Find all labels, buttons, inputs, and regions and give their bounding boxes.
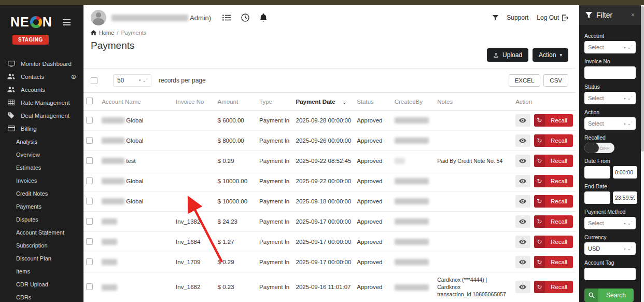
list-icon[interactable] xyxy=(222,15,231,21)
filter-date-date-from[interactable] xyxy=(584,166,610,179)
sidebar-subitem-subscription[interactable]: Subscription xyxy=(0,239,83,252)
sidebar-item-contacts[interactable]: Contacts⊕ xyxy=(0,70,83,83)
sidebar-subitem-discount-plan[interactable]: Discount Plan xyxy=(0,252,83,265)
filter-input-invoice-no[interactable] xyxy=(584,66,636,79)
view-button[interactable] xyxy=(515,281,530,293)
bell-icon[interactable] xyxy=(260,13,267,22)
filter-select-payment-method[interactable]: Select▾⌄ᵃ xyxy=(584,217,636,229)
column-header-notes[interactable]: Notes xyxy=(435,93,513,111)
sidebar-item-deal-management[interactable]: Deal Management xyxy=(0,109,83,122)
select-all-checkbox-header[interactable] xyxy=(86,98,93,104)
column-header-type[interactable]: Type xyxy=(257,93,293,111)
row-checkbox[interactable] xyxy=(86,177,93,184)
status-cell: Approved xyxy=(354,131,391,151)
admin-suffix-text: Admin) xyxy=(190,14,211,22)
sidebar-subitem-disputes[interactable]: Disputes xyxy=(0,213,83,226)
excel-export-button[interactable]: EXCEL xyxy=(509,74,541,87)
sidebar-subitem-estimates[interactable]: Estimates xyxy=(0,161,83,174)
column-header-action[interactable]: Action xyxy=(513,93,576,111)
row-checkbox[interactable] xyxy=(86,198,93,204)
redacted-account-prefix xyxy=(102,218,117,225)
sidebar-subitem-account-statement[interactable]: Account Statement xyxy=(0,226,83,239)
row-checkbox[interactable] xyxy=(86,238,93,245)
redacted-account-prefix xyxy=(102,259,117,265)
sidebar-item-label: Accounts xyxy=(21,87,45,93)
sidebar-subitem-overview[interactable]: Overview xyxy=(0,148,83,161)
filter-select-account[interactable]: Select▾⌄ᵃ xyxy=(584,41,636,53)
user-avatar[interactable] xyxy=(91,10,106,25)
scrollbar-thumb[interactable] xyxy=(641,6,644,152)
sidebar-subitem-invoices[interactable]: Invoices xyxy=(0,174,83,187)
filter-label-recalled: Recalled xyxy=(584,134,636,141)
view-button[interactable] xyxy=(515,236,530,248)
eye-icon xyxy=(519,138,526,143)
row-checkbox[interactable] xyxy=(86,117,93,123)
column-header-amount[interactable]: Amount xyxy=(215,93,257,111)
filter-time-end-date[interactable] xyxy=(613,191,637,204)
recall-button[interactable]: ↻Recall xyxy=(534,281,573,293)
action-button[interactable]: Action ▾ xyxy=(533,48,568,62)
close-icon[interactable]: × xyxy=(631,11,635,19)
row-checkbox[interactable] xyxy=(86,283,93,290)
search-button[interactable]: Search xyxy=(584,289,634,302)
sidebar-item-billing[interactable]: Billing xyxy=(0,122,83,135)
sidebar-subitem-cdr-upload[interactable]: CDR Upload xyxy=(0,278,83,291)
recall-button[interactable]: ↻Recall xyxy=(534,256,573,268)
recall-button[interactable]: ↻Recall xyxy=(534,195,573,208)
funnel-small-icon[interactable] xyxy=(493,15,498,21)
view-button[interactable] xyxy=(515,134,530,147)
sidebar-item-monitor-dashboard[interactable]: Monitor Dashboard xyxy=(0,57,83,70)
recall-button[interactable]: ↻Recall xyxy=(534,114,573,127)
logout-link[interactable]: Log Out xyxy=(537,14,568,21)
column-header-account-name[interactable]: Account Name xyxy=(99,93,173,111)
redacted-creator xyxy=(395,239,429,245)
filter-input-account-tag[interactable] xyxy=(584,268,636,280)
filter-select-status[interactable]: Select▾⌄ᵃ xyxy=(584,92,636,104)
support-link[interactable]: Support xyxy=(507,14,528,21)
sidebar-item-label: Billing xyxy=(21,126,37,132)
upload-button[interactable]: Upload xyxy=(487,48,528,62)
column-header-payment-date[interactable]: Payment Date⌄ xyxy=(293,93,355,111)
recall-button[interactable]: ↻Recall xyxy=(534,236,573,248)
row-checkbox[interactable] xyxy=(86,218,93,225)
recall-button[interactable]: ↻Recall xyxy=(534,155,573,167)
view-button[interactable] xyxy=(515,175,530,187)
view-button[interactable] xyxy=(515,155,530,167)
recall-button[interactable]: ↻Recall xyxy=(534,215,573,228)
breadcrumb-home[interactable]: Home xyxy=(99,30,114,36)
view-button[interactable] xyxy=(515,195,530,208)
row-checkbox[interactable] xyxy=(86,258,93,265)
recall-button[interactable]: ↻Recall xyxy=(534,175,573,187)
filter-select-action[interactable]: Select▾⌄ᵃ xyxy=(584,117,636,130)
neon-logo[interactable]: NEN xyxy=(10,15,52,30)
sidebar-item-rate-management[interactable]: Rate Management xyxy=(0,96,83,109)
account-name-cell xyxy=(99,212,173,232)
filter-select-currency[interactable]: USD▾⌄ᵃ xyxy=(584,242,636,255)
column-header-invoice-no[interactable]: Invoice No xyxy=(173,93,215,111)
select-all-checkbox-top[interactable] xyxy=(91,77,97,84)
payments-table: Account NameInvoice NoAmountTypePayment … xyxy=(83,92,576,302)
records-per-page-select[interactable]: 50 ▾⌄ᵃ xyxy=(113,74,151,87)
plus-circle-icon[interactable]: ⊕ xyxy=(71,73,76,80)
sidebar-subitem-items[interactable]: Items xyxy=(0,265,83,278)
row-checkbox[interactable] xyxy=(86,157,93,164)
recall-button[interactable]: ↻Recall xyxy=(534,134,573,147)
filter-toggle-recalled[interactable]: OFF xyxy=(584,143,614,153)
sidebar-item-accounts[interactable]: Accounts xyxy=(0,83,83,96)
csv-export-button[interactable]: CSV xyxy=(543,74,568,87)
row-checkbox[interactable] xyxy=(86,137,93,144)
column-header-status[interactable]: Status xyxy=(354,93,391,111)
hamburger-menu-icon[interactable] xyxy=(61,17,73,28)
sidebar-subitem-credit-notes[interactable]: Credit Notes xyxy=(0,187,83,200)
select-carets-icon: ▾⌄ᵃ xyxy=(624,121,632,126)
sidebar-subitem-payments[interactable]: Payments xyxy=(0,200,83,213)
view-button[interactable] xyxy=(515,114,530,127)
column-header-createdby[interactable]: CreatedBy xyxy=(392,93,435,111)
clock-icon[interactable] xyxy=(241,13,249,22)
view-button[interactable] xyxy=(515,215,530,228)
view-button[interactable] xyxy=(515,256,530,268)
sidebar-subitem-analysis[interactable]: Analysis xyxy=(0,135,83,148)
filter-time-date-from[interactable] xyxy=(613,166,637,179)
filter-date-end-date[interactable] xyxy=(584,191,610,204)
sidebar-subitem-cdrs[interactable]: CDRs xyxy=(0,291,83,302)
